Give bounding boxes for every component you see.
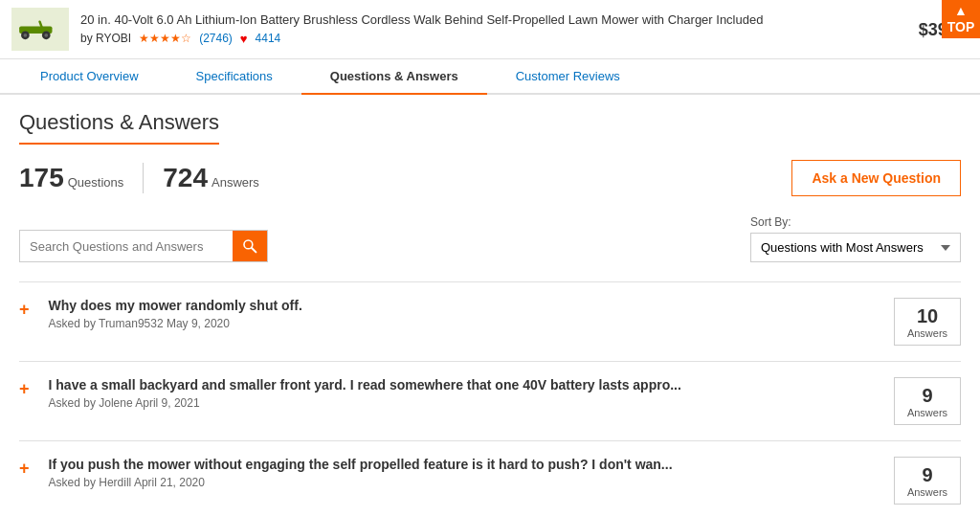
top-arrow-icon: ▲ — [954, 3, 968, 19]
question-content-1: I have a small backyard and smaller fron… — [49, 377, 882, 425]
questions-count: 175 — [19, 163, 64, 193]
search-button[interactable] — [233, 231, 267, 261]
wishlist-count[interactable]: 4414 — [256, 32, 281, 45]
nav-tabs: Product Overview Specifications Question… — [0, 59, 980, 95]
page-title: Questions & Answers — [19, 110, 219, 145]
question-item: + I have a small backyard and smaller fr… — [19, 362, 961, 441]
svg-line-7 — [252, 248, 256, 252]
sort-select[interactable]: Questions with Most AnswersMost Recent Q… — [750, 233, 961, 262]
expand-question-icon-0[interactable]: + — [19, 300, 37, 346]
product-info: 20 in. 40-Volt 6.0 Ah Lithium-Ion Batter… — [80, 12, 907, 46]
sort-label: Sort By: — [750, 215, 961, 229]
answer-label-1: Answers — [907, 407, 947, 418]
answers-count: 724 — [163, 163, 208, 193]
sort-container: Sort By: Questions with Most AnswersMost… — [750, 215, 961, 262]
product-stars: ★★★★☆ — [139, 32, 191, 45]
question-item: + Why does my mower randomly shut off. A… — [19, 282, 961, 362]
search-sort-row: Sort By: Questions with Most AnswersMost… — [19, 215, 961, 262]
review-count[interactable]: (2746) — [199, 32, 233, 45]
question-meta-1: Asked by Jolene April 9, 2021 — [49, 396, 882, 410]
stats-row: 175 Questions 724 Answers Ask a New Ques… — [19, 160, 961, 196]
product-image — [11, 8, 69, 51]
tab-questions-answers[interactable]: Questions & Answers — [301, 59, 487, 95]
answers-stat: 724 Answers — [143, 163, 278, 193]
question-meta-0: Asked by Truman9532 May 9, 2020 — [49, 317, 882, 330]
svg-point-3 — [24, 34, 28, 37]
answer-badge-1: 9 Answers — [894, 377, 961, 425]
answer-badge-2: 9 Answers — [894, 457, 961, 505]
question-text-1: I have a small backyard and smaller fron… — [49, 377, 882, 393]
question-meta-2: Asked by Herdill April 21, 2020 — [49, 476, 882, 489]
question-item: + If you push the mower without engaging… — [19, 441, 961, 516]
answer-count-1: 9 — [922, 385, 932, 407]
question-content-0: Why does my mower randomly shut off. Ask… — [49, 298, 882, 346]
search-input[interactable] — [20, 232, 233, 261]
ask-new-question-button[interactable]: Ask a New Question — [791, 160, 961, 196]
questions-list: + Why does my mower randomly shut off. A… — [19, 281, 961, 516]
answers-label: Answers — [212, 175, 259, 190]
heart-icon[interactable]: ♥ — [240, 32, 248, 46]
answer-label-0: Answers — [907, 327, 947, 339]
question-text-0: Why does my mower randomly shut off. — [49, 298, 882, 313]
search-container — [19, 230, 268, 262]
answer-label-2: Answers — [907, 486, 947, 498]
question-content-2: If you push the mower without engaging t… — [49, 457, 882, 505]
product-brand-row: by RYOBI ★★★★☆ (2746) ♥ 4414 — [80, 32, 907, 46]
question-text-2: If you push the mower without engaging t… — [49, 457, 882, 472]
expand-question-icon-1[interactable]: + — [19, 379, 37, 425]
main-content: Questions & Answers 175 Questions 724 An… — [0, 95, 980, 516]
top-button[interactable]: ▲ TOP — [942, 0, 980, 38]
answer-badge-0: 10 Answers — [894, 298, 961, 346]
tab-specifications[interactable]: Specifications — [167, 59, 301, 95]
search-icon — [242, 238, 257, 254]
answer-count-2: 9 — [922, 464, 932, 486]
product-header: 20 in. 40-Volt 6.0 Ah Lithium-Ion Batter… — [0, 0, 980, 59]
answer-count-0: 10 — [917, 305, 938, 327]
tab-product-overview[interactable]: Product Overview — [11, 59, 167, 95]
tab-customer-reviews[interactable]: Customer Reviews — [487, 59, 649, 95]
product-brand: by RYOBI — [80, 32, 131, 45]
expand-question-icon-2[interactable]: + — [19, 459, 37, 505]
product-title: 20 in. 40-Volt 6.0 Ah Lithium-Ion Batter… — [80, 12, 907, 29]
questions-stat: 175 Questions — [19, 163, 143, 193]
svg-point-4 — [44, 34, 48, 37]
questions-label: Questions — [68, 175, 124, 190]
top-label: TOP — [947, 19, 975, 35]
